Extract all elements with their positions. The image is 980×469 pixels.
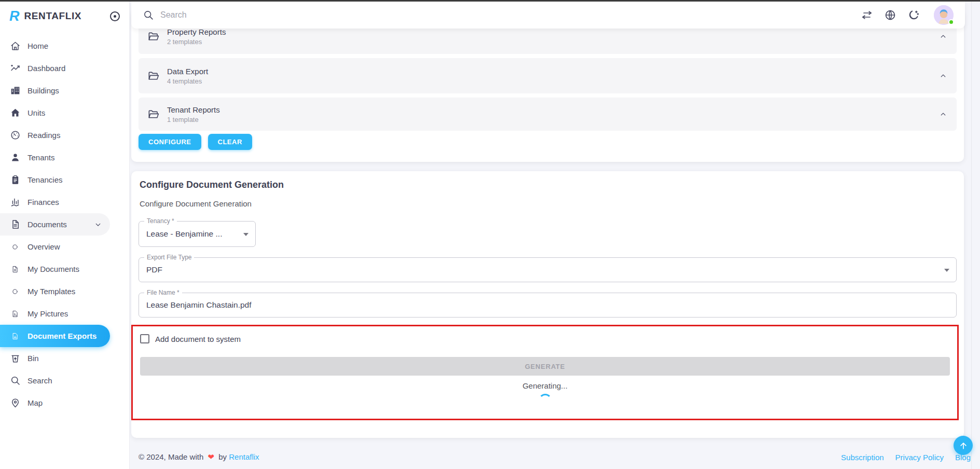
map-pin-icon	[10, 397, 21, 408]
sidebar-item-finances[interactable]: Finances	[0, 191, 110, 213]
configure-button[interactable]: CONFIGURE	[139, 134, 201, 150]
sidebar-item-readings[interactable]: Readings	[0, 124, 110, 146]
tenancy-select[interactable]: Tenancy * Lease - Benjamine ...	[139, 221, 256, 247]
select-caret-icon	[944, 269, 949, 272]
sidebar-item-tenancies[interactable]: Tenancies	[0, 169, 110, 191]
sidebar-item-label: Home	[27, 42, 110, 50]
footer-links: Subscription Privacy Policy Blog	[841, 453, 971, 462]
template-groups-card: Property Reports 2 templates Data Export…	[131, 10, 964, 162]
tenancies-icon	[10, 174, 21, 185]
clear-button[interactable]: CLEAR	[208, 134, 252, 150]
accordion-title: Property Reports	[167, 27, 938, 36]
scroll-to-top-button[interactable]	[954, 436, 973, 455]
file-name-field[interactable]: File Name * Lease Benjamin Chastain.pdf	[139, 293, 957, 318]
scrollbar-track[interactable]	[971, 2, 972, 469]
sidebar-item-my-documents[interactable]: My Documents	[0, 258, 110, 280]
sidebar-item-label: Overview	[27, 242, 110, 251]
brand-header: R RENTAFLIX	[0, 2, 129, 31]
sidebar-item-label: Map	[27, 398, 110, 407]
tenancy-value: Lease - Benjamine ...	[146, 229, 222, 239]
sidebar-pin-icon[interactable]	[110, 11, 120, 21]
sidebar-item-my-pictures[interactable]: My Pictures	[0, 302, 110, 325]
folder-open-icon	[147, 31, 159, 43]
sidebar-item-label: Tenants	[27, 153, 110, 162]
sidebar-item-dashboard[interactable]: Dashboard	[0, 57, 110, 79]
buildings-icon	[10, 85, 21, 96]
tenants-icon	[10, 152, 21, 163]
sidebar-item-label: Finances	[27, 198, 110, 206]
rentaflix-link[interactable]: Rentaflix	[229, 452, 259, 461]
moon-stars-icon[interactable]	[907, 9, 920, 21]
sidebar-item-label: My Pictures	[27, 309, 110, 318]
privacy-policy-link[interactable]: Privacy Policy	[895, 453, 944, 462]
sidebar-item-overview[interactable]: Overview	[0, 236, 110, 258]
global-search	[143, 9, 861, 21]
file-icon	[11, 266, 19, 273]
online-status-dot	[948, 19, 954, 25]
export-type-value: PDF	[146, 265, 162, 274]
home-icon	[10, 40, 21, 51]
image-file-icon	[11, 310, 19, 318]
sidebar-nav: Home Dashboard Buildings Units Readings	[0, 35, 129, 414]
sidebar-item-search[interactable]: Search	[0, 369, 110, 392]
appbar-icons	[861, 5, 954, 25]
heart-icon: ❤	[208, 452, 214, 461]
units-icon	[10, 107, 21, 118]
sidebar-item-label: Search	[27, 376, 110, 385]
sidebar-item-label: My Documents	[27, 265, 110, 273]
sidebar-item-tenants[interactable]: Tenants	[0, 146, 110, 169]
accordion-data-export[interactable]: Data Export 4 templates	[139, 58, 957, 93]
export-type-select[interactable]: Export File Type PDF	[139, 257, 957, 282]
sidebar-item-label: Documents	[27, 220, 93, 229]
accordion-tenant-reports[interactable]: Tenant Reports 1 template	[139, 98, 957, 131]
export-type-label: Export File Type	[144, 254, 194, 261]
sidebar-item-label: My Templates	[27, 287, 110, 296]
loading-spinner	[539, 394, 552, 407]
swap-horizontal-icon[interactable]	[861, 9, 873, 21]
sidebar-item-map[interactable]: Map	[0, 392, 110, 414]
card-subtitle: Configure Document Generation	[140, 199, 252, 208]
generate-button[interactable]: GENERATE	[140, 357, 950, 376]
accordion-title: Data Export	[167, 67, 938, 76]
add-document-label: Add document to system	[155, 335, 241, 343]
brand-logo: R	[9, 8, 20, 24]
sidebar-item-bin[interactable]: Bin	[0, 347, 110, 369]
accordion-title: Tenant Reports	[167, 105, 938, 114]
appbar	[131, 2, 965, 29]
window-top-edge	[0, 0, 980, 2]
chevron-up-icon	[938, 32, 948, 41]
sidebar-item-home[interactable]: Home	[0, 35, 110, 57]
sidebar-item-my-templates[interactable]: My Templates	[0, 280, 110, 302]
sidebar: R RENTAFLIX Home Dashboard Buildings Uni…	[0, 2, 130, 469]
sidebar-item-label: Readings	[27, 131, 110, 140]
add-document-checkbox[interactable]	[140, 334, 149, 343]
circle-icon	[11, 288, 19, 295]
sidebar-item-documents[interactable]: Documents	[0, 213, 110, 236]
generating-status: Generating...	[133, 381, 957, 390]
search-input[interactable]	[160, 10, 378, 20]
user-avatar[interactable]	[934, 5, 954, 25]
copyright-prefix: © 2024, Made with	[139, 452, 203, 461]
card-title: Configure Document Generation	[140, 180, 284, 190]
chevron-up-icon	[938, 109, 948, 119]
dashboard-icon	[10, 63, 21, 74]
subscription-link[interactable]: Subscription	[841, 453, 884, 462]
sidebar-item-label: Buildings	[27, 86, 110, 95]
sidebar-item-label: Bin	[27, 354, 110, 363]
add-document-checkbox-row[interactable]: Add document to system	[140, 334, 241, 343]
accordion-subtitle: 1 template	[167, 116, 938, 123]
folder-open-icon	[147, 108, 159, 120]
app-window: R RENTAFLIX Home Dashboard Buildings Uni…	[0, 0, 980, 469]
sidebar-item-buildings[interactable]: Buildings	[0, 79, 110, 102]
accordion-subtitle: 2 templates	[167, 38, 938, 46]
arrow-up-icon	[958, 440, 969, 451]
sidebar-item-document-exports[interactable]: Document Exports	[0, 325, 110, 347]
sidebar-item-label: Dashboard	[27, 64, 110, 73]
globe-icon[interactable]	[884, 9, 896, 21]
sidebar-item-units[interactable]: Units	[0, 102, 110, 124]
sidebar-item-label: Document Exports	[27, 332, 110, 340]
accordion-texts: Tenant Reports 1 template	[167, 105, 938, 123]
folder-open-icon	[147, 70, 159, 82]
bin-icon	[10, 353, 21, 364]
export-file-icon	[11, 333, 19, 340]
